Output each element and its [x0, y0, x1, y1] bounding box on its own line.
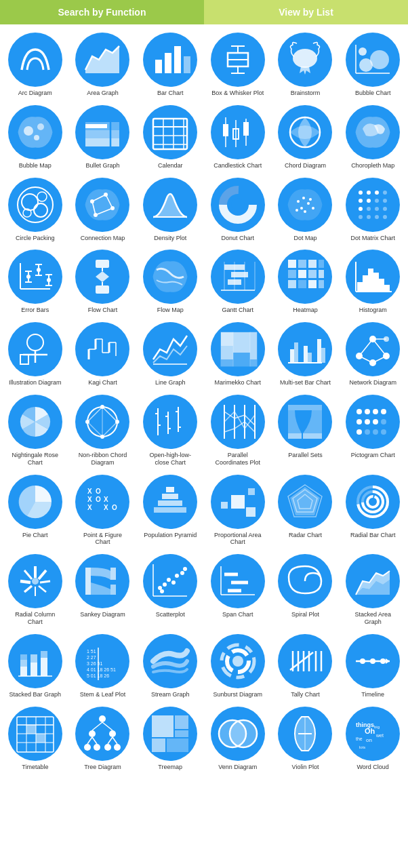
- chart-item[interactable]: Multi-set Bar Chart: [273, 319, 338, 389]
- chart-item[interactable]: Pictogram Chart: [340, 392, 405, 469]
- chart-item[interactable]: Area Graph: [70, 30, 136, 100]
- svg-point-13: [370, 50, 389, 69]
- svg-point-73: [367, 207, 371, 211]
- chart-item[interactable]: Violin Plot: [273, 704, 338, 774]
- chart-item[interactable]: Choropleth Map: [340, 102, 405, 172]
- chart-label: Tree Diagram: [84, 764, 121, 771]
- chart-icon: [8, 707, 62, 761]
- chart-item[interactable]: Candlestick Chart: [205, 102, 270, 172]
- chart-item[interactable]: Line Graph: [138, 319, 203, 389]
- chart-label: Connection Map: [81, 235, 125, 242]
- chart-item[interactable]: Open-high-low-close Chart: [138, 392, 203, 469]
- chart-item[interactable]: Treemap: [138, 704, 203, 774]
- chart-item[interactable]: Dot Matrix Chart: [340, 175, 405, 245]
- chart-item[interactable]: Marimekko Chart: [205, 319, 270, 389]
- chart-item[interactable]: Bullet Graph: [70, 102, 136, 172]
- svg-text:1 51: 1 51: [87, 649, 96, 654]
- chart-icon: [346, 475, 400, 529]
- svg-point-238: [175, 574, 179, 578]
- chart-item[interactable]: Pie Chart: [3, 472, 68, 549]
- svg-rect-3: [174, 46, 181, 73]
- chart-item[interactable]: Sunburst Diagram: [205, 631, 270, 701]
- chart-item[interactable]: Flow Chart: [70, 247, 136, 317]
- chart-item[interactable]: Kagi Chart: [70, 319, 136, 389]
- svg-point-14: [359, 47, 367, 56]
- chart-item[interactable]: Histogram: [340, 247, 405, 317]
- chart-item[interactable]: Arc Diagram: [3, 30, 68, 100]
- svg-text:4 01 18 26 51: 4 01 18 26 51: [87, 667, 116, 672]
- chart-item[interactable]: Nightingale Rose Chart: [3, 392, 68, 469]
- chart-icon: [75, 395, 129, 449]
- chart-item[interactable]: Span Chart: [205, 551, 270, 629]
- chart-item[interactable]: Dot Map: [273, 175, 338, 245]
- search-by-function-button[interactable]: Search by Function: [0, 0, 204, 24]
- chart-item[interactable]: Sankey Diagram: [70, 551, 136, 629]
- chart-item[interactable]: Calendar: [138, 102, 203, 172]
- chart-item[interactable]: Donut Chart: [205, 175, 270, 245]
- chart-item[interactable]: Parallel Sets: [273, 392, 338, 469]
- chart-item[interactable]: Tally Chart: [273, 631, 338, 701]
- chart-label: Timeline: [361, 691, 384, 698]
- chart-item[interactable]: Timeline: [340, 631, 405, 701]
- chart-item[interactable]: 1 512 273 26 514 01 18 26 515 01 18 26 S…: [70, 631, 136, 701]
- chart-label: Pictogram Chart: [351, 452, 395, 459]
- chart-item[interactable]: Radial Column Chart: [3, 551, 68, 629]
- svg-line-152: [373, 339, 386, 356]
- chart-item[interactable]: Scatterplot: [138, 551, 203, 629]
- chart-icon: [211, 33, 265, 87]
- chart-item[interactable]: Brainstorm: [273, 30, 338, 100]
- chart-icon: [8, 475, 62, 529]
- chart-item[interactable]: Connection Map: [70, 175, 136, 245]
- chart-icon: [211, 250, 265, 304]
- view-by-list-button[interactable]: View by List: [204, 0, 408, 24]
- chart-item[interactable]: XOXOXXXO Point & Figure Chart: [70, 472, 136, 549]
- chart-item[interactable]: Flow Map: [138, 247, 203, 317]
- chart-icon: [75, 105, 129, 159]
- chart-item[interactable]: Chord Diagram: [273, 102, 338, 172]
- chart-item[interactable]: Stacked Bar Graph: [3, 631, 68, 701]
- chart-item[interactable]: Venn Diagram: [205, 704, 270, 774]
- chart-item[interactable]: Timetable: [3, 704, 68, 774]
- svg-point-289: [99, 715, 106, 722]
- chart-label: Flow Chart: [88, 307, 118, 314]
- chart-label: Marimekko Chart: [215, 379, 262, 387]
- chart-item[interactable]: Stacked Area Graph: [340, 551, 405, 629]
- svg-point-76: [359, 215, 363, 219]
- chart-grid: Arc Diagram Area Graph Bar Chart Box & W…: [0, 24, 408, 778]
- chart-item[interactable]: Network Diagram: [340, 319, 405, 389]
- chart-item[interactable]: Proportional Area Chart: [205, 472, 270, 549]
- svg-point-62: [295, 209, 298, 212]
- chart-item[interactable]: Heatmap: [273, 247, 338, 317]
- chart-item[interactable]: Radial Bar Chart: [340, 472, 405, 549]
- chart-item[interactable]: Bar Chart: [138, 30, 203, 100]
- chart-item[interactable]: Box & Whisker Plot: [205, 30, 270, 100]
- chart-label: Parallel Sets: [288, 452, 323, 459]
- chart-label: Choropleth Map: [351, 162, 394, 170]
- svg-text:X: X: [87, 488, 92, 495]
- chart-label: Bubble Map: [19, 162, 52, 170]
- svg-rect-134: [221, 346, 233, 359]
- chart-label: Line Graph: [155, 379, 186, 387]
- chart-item[interactable]: Circle Packing: [3, 175, 68, 245]
- chart-item[interactable]: Bubble Chart: [340, 30, 405, 100]
- chart-item[interactable]: Non-ribbon Chord Diagram: [70, 392, 136, 469]
- chart-item[interactable]: Radar Chart: [273, 472, 338, 549]
- chart-item[interactable]: Error Bars: [3, 247, 68, 317]
- svg-rect-140: [290, 349, 294, 363]
- chart-item[interactable]: Illustration Diagram: [3, 319, 68, 389]
- chart-item[interactable]: Bubble Map: [3, 102, 68, 172]
- chart-item[interactable]: Stream Graph: [138, 631, 203, 701]
- svg-rect-303: [175, 715, 188, 729]
- chart-item[interactable]: Population Pyramid: [138, 472, 203, 549]
- chart-item[interactable]: Gantt Chart: [205, 247, 270, 317]
- chart-item[interactable]: Density Plot: [138, 175, 203, 245]
- chart-item[interactable]: Tree Diagram: [70, 704, 136, 774]
- chart-icon: [346, 554, 400, 608]
- chart-item[interactable]: Parallel Coordinates Plot: [205, 392, 270, 469]
- chart-item[interactable]: Spiral Plot: [273, 551, 338, 629]
- chart-item[interactable]: thingsOhtheonwetlotsbig Word Cloud: [340, 704, 405, 774]
- svg-point-240: [183, 567, 187, 571]
- chart-icon: 1 512 273 26 514 01 18 26 515 01 18 26: [75, 634, 129, 688]
- chart-label: Sankey Diagram: [80, 611, 125, 618]
- chart-icon: [75, 33, 129, 87]
